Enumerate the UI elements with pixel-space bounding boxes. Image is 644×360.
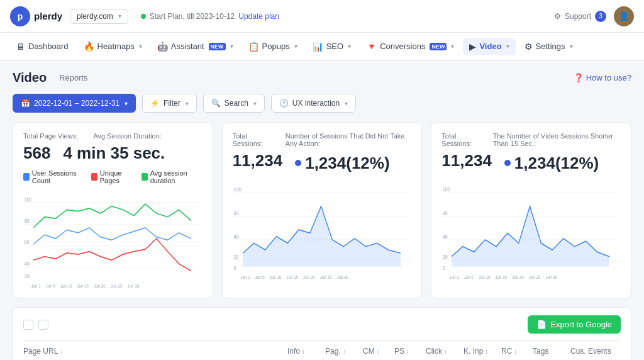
search-button[interactable]: 🔍 Search ▾ bbox=[203, 94, 265, 113]
sidebar-item-seo[interactable]: 📊 SEO ▾ bbox=[306, 38, 357, 55]
chevron-down-icon: ▾ bbox=[139, 43, 142, 50]
area-chart-middle: 100 60 40 20 0 Jun 1 Jun 5 Jun 10 Jun 15… bbox=[233, 179, 412, 280]
th-rc: RC ↕ bbox=[501, 347, 533, 356]
chevron-down-icon: ▾ bbox=[570, 43, 573, 50]
plan-status-dot bbox=[141, 14, 146, 19]
svg-text:Jun 15: Jun 15 bbox=[286, 274, 298, 279]
sidebar-item-settings[interactable]: ⚙ Settings ▾ bbox=[518, 38, 579, 55]
filter-button[interactable]: ⚡ Filter ▾ bbox=[142, 94, 197, 113]
bulk-action-checkbox[interactable] bbox=[38, 320, 48, 330]
svg-text:0: 0 bbox=[233, 265, 236, 271]
header: p plerdy plerdy.com ▾ Start Plan, till 2… bbox=[0, 0, 644, 33]
stat-card-middle: Total Sessions: Number of Sessions That … bbox=[222, 123, 423, 298]
th-label-ps: PS bbox=[394, 347, 404, 356]
th-info: Info ↕ bbox=[287, 347, 325, 356]
gear-icon: ⚙ bbox=[554, 12, 561, 21]
svg-text:0: 0 bbox=[443, 265, 446, 271]
chart-legend-left: User Sessions Count Unique Pages Avg ses… bbox=[23, 169, 203, 184]
chart-middle: 100 60 40 20 0 Jun 1 Jun 5 Jun 10 Jun 15… bbox=[233, 179, 412, 280]
main-nav: 🖥 Dashboard 🔥 Heatmaps ▾ 🤖 Assistant NEW… bbox=[0, 33, 644, 60]
chevron-down-icon: ▾ bbox=[253, 100, 257, 107]
line-chart-left: 100 80 60 40 20 Jun 1 Jun 5 Jun 10 Jun 1… bbox=[23, 188, 203, 289]
new-badge-conversions: NEW bbox=[430, 43, 447, 50]
th-click: Click ↕ bbox=[426, 347, 464, 356]
legend-user-sessions: User Sessions Count bbox=[23, 169, 85, 184]
sort-icon-click[interactable]: ↕ bbox=[444, 348, 447, 355]
sort-icon-url[interactable]: ↕ bbox=[60, 348, 63, 355]
select-all-checkbox[interactable] bbox=[23, 320, 33, 330]
chevron-down-icon: ▾ bbox=[348, 43, 351, 50]
svg-marker-42 bbox=[452, 206, 609, 266]
calendar-icon: 📅 bbox=[21, 99, 30, 108]
svg-text:40: 40 bbox=[25, 261, 30, 267]
date-range-value: 2022-12-01 – 2022-12-31 bbox=[34, 99, 119, 108]
th-cus-events: Cus. Events bbox=[570, 347, 621, 356]
stat-label-no-action: Number of Sessions That Did Not Take Any… bbox=[286, 132, 412, 147]
sort-icon-cm[interactable]: ↕ bbox=[377, 348, 380, 355]
th-pag: Pag. ↕ bbox=[325, 347, 363, 356]
sort-icon-info[interactable]: ↕ bbox=[302, 348, 305, 355]
logo-text: plerdy bbox=[34, 11, 62, 21]
avatar[interactable]: 👤 bbox=[614, 6, 634, 26]
svg-text:Jun 25: Jun 25 bbox=[319, 274, 331, 279]
stat-values-left: 568 4 min 35 sec. bbox=[23, 143, 203, 163]
svg-text:Jun 1: Jun 1 bbox=[450, 274, 459, 279]
logo: p plerdy bbox=[10, 6, 62, 26]
th-label-url: Page URL bbox=[23, 347, 58, 356]
sidebar-item-assistant[interactable]: 🤖 Assistant NEW ▾ bbox=[151, 38, 240, 55]
stat-card-right: Total Sessions: The Number of Video Sess… bbox=[431, 123, 631, 298]
sort-icon-ps[interactable]: ↕ bbox=[406, 348, 409, 355]
chevron-down-icon: ▾ bbox=[345, 100, 348, 107]
th-label-kinp: K. Inp bbox=[464, 347, 483, 356]
sidebar-item-conversions[interactable]: 🔻 Conversions NEW ▾ bbox=[360, 38, 460, 55]
support-button[interactable]: ⚙ Support 3 bbox=[554, 11, 606, 22]
svg-text:Jun 25: Jun 25 bbox=[529, 274, 541, 279]
sidebar-item-dashboard[interactable]: 🖥 Dashboard bbox=[10, 38, 75, 55]
question-icon: ❓ bbox=[574, 73, 584, 82]
sort-icon-kinp[interactable]: ↕ bbox=[485, 348, 488, 355]
avatar-initials: 👤 bbox=[619, 11, 629, 21]
th-label-cm: CM bbox=[363, 347, 375, 356]
search-label: Search bbox=[225, 99, 248, 108]
th-label-pag: Pag. bbox=[325, 347, 341, 356]
checkbox-group bbox=[23, 320, 48, 330]
page-content: Video Reports ❓ How to use? 📅 2022-12-01… bbox=[0, 60, 644, 360]
nav-label-video: Video bbox=[479, 42, 501, 51]
stat-header-left: Total Page Views: Avg Session Duration: bbox=[23, 132, 203, 140]
sort-icon-rc[interactable]: ↕ bbox=[514, 348, 517, 355]
svg-text:20: 20 bbox=[443, 254, 448, 260]
bottom-table-section: 📄 Export to Google Page URL ↕ Info ↕ Pag… bbox=[13, 307, 631, 360]
stat-value-avg-session: 4 min 35 sec. bbox=[63, 143, 165, 163]
th-label-tags: Tags bbox=[533, 347, 548, 356]
tab-reports[interactable]: Reports bbox=[54, 70, 93, 85]
svg-text:60: 60 bbox=[25, 239, 30, 245]
nav-label-heatmaps: Heatmaps bbox=[97, 42, 135, 51]
stat-value-page-views: 568 bbox=[23, 143, 50, 163]
logo-icon: p bbox=[10, 6, 30, 26]
svg-text:Jun 20: Jun 20 bbox=[512, 274, 524, 279]
stat-dot-mid bbox=[295, 160, 301, 166]
svg-text:Jun 1: Jun 1 bbox=[240, 274, 250, 279]
stat-value-total-sessions-mid: 11,234 bbox=[233, 151, 283, 171]
th-label-rc: RC bbox=[501, 347, 512, 356]
export-to-google-button[interactable]: 📄 Export to Google bbox=[528, 315, 621, 334]
popups-icon: 📋 bbox=[248, 42, 259, 52]
sidebar-item-video[interactable]: ▶ Video ▾ bbox=[463, 38, 515, 55]
chart-left: 100 80 60 40 20 Jun 1 Jun 5 Jun 10 Jun 1… bbox=[23, 188, 203, 289]
sort-icon-pag[interactable]: ↕ bbox=[343, 348, 346, 355]
stat-label-total-sessions-mid: Total Sessions: bbox=[233, 132, 270, 147]
nav-label-dashboard: Dashboard bbox=[28, 42, 69, 51]
sidebar-item-heatmaps[interactable]: 🔥 Heatmaps ▾ bbox=[77, 38, 148, 55]
seo-icon: 📊 bbox=[313, 42, 323, 52]
update-plan-link[interactable]: Update plan bbox=[238, 12, 279, 21]
ux-interaction-button[interactable]: 🕐 UX interaction ▾ bbox=[271, 94, 356, 113]
stat-value-no-action: 1,234(12%) bbox=[295, 154, 389, 173]
how-to-use-link[interactable]: ❓ How to use? bbox=[574, 73, 631, 82]
th-label-cus-events: Cus. Events bbox=[570, 347, 611, 356]
nav-label-assistant: Assistant bbox=[171, 42, 204, 51]
legend-label-avg-session: Avg session duration bbox=[150, 169, 203, 184]
date-range-button[interactable]: 📅 2022-12-01 – 2022-12-31 ▾ bbox=[13, 94, 136, 113]
domain-selector[interactable]: plerdy.com ▾ bbox=[70, 9, 128, 24]
chart-right: 100 60 40 20 0 Jun 1 Jun 5 Jun 10 Jun 15… bbox=[441, 179, 621, 280]
sidebar-item-popups[interactable]: 📋 Popups ▾ bbox=[242, 38, 304, 55]
